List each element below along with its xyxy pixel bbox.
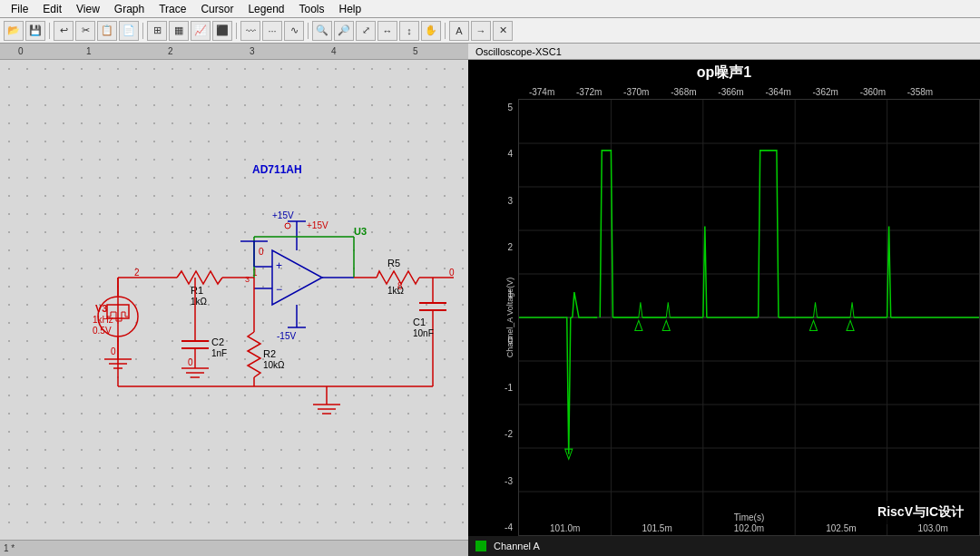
watermark: RiscV与IC设计 [870,501,971,524]
toolbar-zoom-in[interactable]: 🔍 [312,21,332,41]
schematic-canvas[interactable]: V3 1kHz 0.5V 0 2 [0,60,468,556]
oscilloscope: Oscilloscope-XSC1 op噪声1 -374m -372m -370… [468,44,980,556]
x-label-3: -368m [671,87,696,97]
y-label-m2: -2 [505,429,513,439]
toolbar-zoom-y[interactable]: ↕ [399,21,419,41]
menu-cursor[interactable]: Cursor [193,1,240,17]
x-label-1: -372m [576,87,602,97]
toolbar-sep3 [236,23,237,39]
y-axis-label: Channel_A Voltage(V) [505,278,514,358]
svg-point-37 [285,223,290,229]
svg-text:+15V: +15V [272,210,294,220]
main-container: 0 1 2 3 4 5 V3 1kHz 0.5V [0,44,980,556]
menu-graph[interactable]: Graph [107,1,152,17]
menubar: File Edit View Graph Trace Cursor Legend… [0,0,980,18]
toolbar: 📂 💾 ↩ ✂ 📋 📄 ⊞ ▦ 📈 ⬛ 〰 ··· ∿ 🔍 🔎 ⤢ ↔ ↕ ✋ … [0,18,980,44]
toolbar-paste[interactable]: 📄 [119,21,139,41]
toolbar-pan[interactable]: ✋ [421,21,441,41]
svg-text:+15V: +15V [307,220,328,230]
svg-text:0: 0 [449,268,455,278]
toolbar-sep4 [308,23,309,39]
toolbar-wave3[interactable]: ∿ [284,21,304,41]
svg-text:10nF: 10nF [413,328,434,338]
toolbar-zoom-out[interactable]: 🔎 [334,21,354,41]
scope-title: op噪声1 [468,60,980,84]
y-label-2: 2 [507,242,513,252]
svg-text:0.5V: 0.5V [93,326,112,336]
scope-plot[interactable]: 101.0m 101.5m 102.0m 102.5m 103.0m Time(… [518,99,980,536]
svg-text:0: 0 [111,346,116,356]
x-label-7: -360m [860,87,886,97]
y-label-m3: -3 [505,476,513,486]
bottom-x-4: 103.0m [918,523,948,533]
toolbar-undo[interactable]: ↩ [54,21,74,41]
bottom-x-0: 101.0m [550,523,580,533]
toolbar-save[interactable]: 💾 [25,21,45,41]
svg-marker-89 [635,320,642,330]
status-text: 1 * [4,543,15,553]
toolbar-line[interactable]: 📈 [191,21,211,41]
toolbar-sep2 [142,23,143,39]
bottom-x-1: 101.5m [642,523,671,533]
toolbar-open[interactable]: 📂 [4,21,24,41]
svg-text:V3: V3 [95,303,107,314]
toolbar-bar[interactable]: ▦ [169,21,189,41]
svg-text:AD711AH: AD711AH [252,163,302,176]
y-label-3: 3 [507,196,513,206]
menu-tools[interactable]: Tools [291,1,331,17]
menu-legend[interactable]: Legend [240,1,291,17]
toolbar-close[interactable]: ✕ [493,21,513,41]
toolbar-zoom-all[interactable]: ⤢ [356,21,376,41]
menu-view[interactable]: View [69,1,107,17]
svg-text:1kHz: 1kHz [93,315,113,325]
svg-text:8: 8 [397,281,403,291]
svg-text:1: 1 [252,268,258,278]
scope-x-axis-top: -374m -372m -370m -368m -366m -364m -362… [468,84,980,99]
svg-text:10kΩ: 10kΩ [263,360,285,370]
y-label-5: 5 [507,102,513,112]
svg-text:0: 0 [259,247,264,257]
svg-text:-15V: -15V [277,331,296,341]
svg-text:2: 2 [134,268,140,278]
toolbar-zoom-x[interactable]: ↔ [377,21,397,41]
schematic-area[interactable]: 0 1 2 3 4 5 V3 1kHz 0.5V [0,44,468,556]
channel-color [475,541,486,551]
svg-text:3: 3 [245,275,250,284]
toolbar-text[interactable]: A [449,21,469,41]
svg-text:1nF: 1nF [211,348,227,358]
schematic-ruler: 0 1 2 3 4 5 [0,44,468,60]
x-label-5: -364m [765,87,790,97]
status-bar: 1 * [0,540,468,556]
svg-marker-92 [847,320,854,330]
toolbar-grid[interactable]: ⊞ [147,21,167,41]
menu-trace[interactable]: Trace [152,1,193,17]
toolbar-copy[interactable]: 📋 [97,21,117,41]
x-label-8: -358m [907,87,933,97]
svg-marker-27 [272,250,322,305]
y-label-m1: -1 [505,383,513,393]
toolbar-cut[interactable]: ✂ [75,21,95,41]
svg-text:U3: U3 [354,226,367,237]
x-axis-label: Time(s) [734,512,765,522]
x-label-6: -362m [813,87,838,97]
svg-text:1kΩ: 1kΩ [191,297,208,307]
x-label-0: -374m [529,87,554,97]
svg-text:R1: R1 [191,285,203,296]
scope-tab[interactable]: Oscilloscope-XSC1 [468,44,980,60]
svg-text:−: − [276,283,282,296]
toolbar-fill[interactable]: ⬛ [212,21,232,41]
scope-bottom-bar: Channel A [468,536,980,556]
toolbar-wave2[interactable]: ··· [262,21,282,41]
scope-tab-label: Oscilloscope-XSC1 [475,46,562,57]
menu-file[interactable]: File [4,1,35,17]
toolbar-wave1[interactable]: 〰 [240,21,260,41]
menu-help[interactable]: Help [332,1,369,17]
menu-edit[interactable]: Edit [35,1,69,17]
toolbar-arrow[interactable]: → [471,21,491,41]
svg-text:R5: R5 [387,258,400,268]
svg-text:C2: C2 [211,337,224,347]
scope-plot-container: 5 4 3 2 1 0 -1 -2 -3 -4 Channel_A Voltag… [468,99,980,536]
y-label-4: 4 [507,149,513,159]
x-label-4: -366m [718,87,743,97]
svg-marker-91 [809,320,817,330]
